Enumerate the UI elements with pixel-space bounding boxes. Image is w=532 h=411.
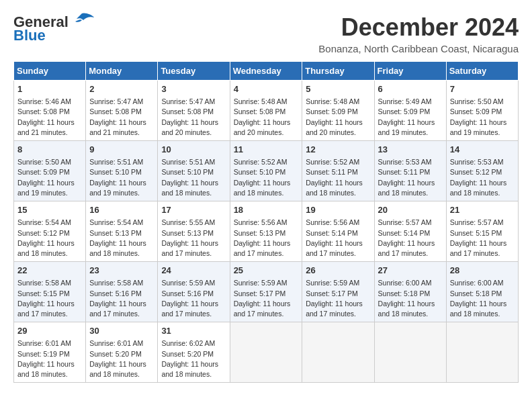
day-number: 10 [161,144,226,156]
day-info: Sunrise: 6:00 AM Sunset: 5:18 PM Dayligh… [450,278,515,319]
day-number: 12 [306,144,370,156]
calendar-table: Sunday Monday Tuesday Wednesday Thursday… [13,61,519,383]
logo: General Blue [13,13,94,44]
day-info: Sunrise: 5:58 AM Sunset: 5:16 PM Dayligh… [89,278,154,319]
calendar-cell: 28Sunrise: 6:00 AM Sunset: 5:18 PM Dayli… [446,262,518,322]
day-number: 15 [17,204,82,216]
calendar-cell: 17Sunrise: 5:55 AM Sunset: 5:13 PM Dayli… [158,201,230,262]
day-number: 3 [161,83,226,95]
day-number: 28 [450,265,515,277]
day-number: 16 [89,204,154,216]
calendar-week-row: 1Sunrise: 5:46 AM Sunset: 5:08 PM Daylig… [14,81,519,141]
calendar-cell: 7Sunrise: 5:50 AM Sunset: 5:09 PM Daylig… [446,81,518,141]
calendar-week-row: 15Sunrise: 5:54 AM Sunset: 5:12 PM Dayli… [14,201,519,262]
calendar-cell: 10Sunrise: 5:51 AM Sunset: 5:10 PM Dayli… [158,141,230,201]
calendar-week-row: 8Sunrise: 5:50 AM Sunset: 5:09 PM Daylig… [14,141,519,201]
day-info: Sunrise: 6:01 AM Sunset: 5:19 PM Dayligh… [17,338,82,379]
col-wednesday: Wednesday [230,62,302,81]
day-info: Sunrise: 5:55 AM Sunset: 5:13 PM Dayligh… [161,218,226,259]
day-info: Sunrise: 6:02 AM Sunset: 5:20 PM Dayligh… [161,338,226,379]
calendar-cell: 15Sunrise: 5:54 AM Sunset: 5:12 PM Dayli… [14,201,86,262]
calendar-cell: 12Sunrise: 5:52 AM Sunset: 5:11 PM Dayli… [302,141,374,201]
day-info: Sunrise: 5:57 AM Sunset: 5:14 PM Dayligh… [378,218,443,259]
day-number: 30 [89,325,154,337]
day-number: 2 [89,83,154,95]
col-thursday: Thursday [302,62,374,81]
day-number: 18 [234,204,299,216]
day-number: 20 [378,204,443,216]
calendar-cell [230,322,302,383]
calendar-cell: 18Sunrise: 5:56 AM Sunset: 5:13 PM Dayli… [230,201,302,262]
calendar-cell: 29Sunrise: 6:01 AM Sunset: 5:19 PM Dayli… [14,322,86,383]
col-tuesday: Tuesday [158,62,230,81]
calendar-cell: 5Sunrise: 5:48 AM Sunset: 5:09 PM Daylig… [302,81,374,141]
calendar-cell: 11Sunrise: 5:52 AM Sunset: 5:10 PM Dayli… [230,141,302,201]
day-info: Sunrise: 5:56 AM Sunset: 5:13 PM Dayligh… [234,218,299,259]
calendar-cell: 26Sunrise: 5:59 AM Sunset: 5:17 PM Dayli… [302,262,374,322]
location-subtitle: Bonanza, North Caribbean Coast, Nicaragu… [318,43,519,54]
day-info: Sunrise: 5:54 AM Sunset: 5:13 PM Dayligh… [89,218,154,259]
calendar-cell: 21Sunrise: 5:57 AM Sunset: 5:15 PM Dayli… [446,201,518,262]
day-number: 22 [17,265,82,277]
calendar-cell [446,322,518,383]
day-number: 24 [161,265,226,277]
calendar-cell: 19Sunrise: 5:56 AM Sunset: 5:14 PM Dayli… [302,201,374,262]
calendar-cell: 13Sunrise: 5:53 AM Sunset: 5:11 PM Dayli… [374,141,446,201]
day-number: 9 [89,144,154,156]
day-info: Sunrise: 5:47 AM Sunset: 5:08 PM Dayligh… [89,97,154,138]
day-number: 8 [17,144,82,156]
day-info: Sunrise: 5:51 AM Sunset: 5:10 PM Dayligh… [89,157,154,198]
day-number: 1 [17,83,82,95]
day-number: 17 [161,204,226,216]
day-number: 21 [450,204,515,216]
day-number: 23 [89,265,154,277]
day-info: Sunrise: 5:59 AM Sunset: 5:17 PM Dayligh… [306,278,370,319]
calendar-cell: 31Sunrise: 6:02 AM Sunset: 5:20 PM Dayli… [158,322,230,383]
calendar-cell: 23Sunrise: 5:58 AM Sunset: 5:16 PM Dayli… [86,262,158,322]
day-info: Sunrise: 5:52 AM Sunset: 5:11 PM Dayligh… [306,157,370,198]
calendar-cell: 24Sunrise: 5:59 AM Sunset: 5:16 PM Dayli… [158,262,230,322]
calendar-cell: 6Sunrise: 5:49 AM Sunset: 5:09 PM Daylig… [374,81,446,141]
calendar-week-row: 29Sunrise: 6:01 AM Sunset: 5:19 PM Dayli… [14,322,519,383]
day-number: 29 [17,325,82,337]
day-number: 25 [234,265,299,277]
calendar-cell: 14Sunrise: 5:53 AM Sunset: 5:12 PM Dayli… [446,141,518,201]
day-number: 14 [450,144,515,156]
calendar-cell: 8Sunrise: 5:50 AM Sunset: 5:09 PM Daylig… [14,141,86,201]
day-number: 6 [378,83,443,95]
calendar-cell: 22Sunrise: 5:58 AM Sunset: 5:15 PM Dayli… [14,262,86,322]
calendar-cell: 30Sunrise: 6:01 AM Sunset: 5:20 PM Dayli… [86,322,158,383]
day-number: 7 [450,83,515,95]
day-number: 4 [234,83,299,95]
day-number: 13 [378,144,443,156]
calendar-cell [302,322,374,383]
calendar-week-row: 22Sunrise: 5:58 AM Sunset: 5:15 PM Dayli… [14,262,519,322]
day-info: Sunrise: 5:53 AM Sunset: 5:11 PM Dayligh… [378,157,443,198]
page-header: General Blue December 2024 Bonanza, Nort… [13,13,519,54]
day-number: 19 [306,204,370,216]
calendar-cell: 25Sunrise: 5:59 AM Sunset: 5:17 PM Dayli… [230,262,302,322]
day-info: Sunrise: 5:48 AM Sunset: 5:08 PM Dayligh… [234,97,299,138]
logo-text-blue: Blue [13,27,46,44]
calendar-cell [374,322,446,383]
day-info: Sunrise: 5:51 AM Sunset: 5:10 PM Dayligh… [161,157,226,198]
day-info: Sunrise: 5:58 AM Sunset: 5:15 PM Dayligh… [17,278,82,319]
day-info: Sunrise: 5:56 AM Sunset: 5:14 PM Dayligh… [306,218,370,259]
day-info: Sunrise: 6:01 AM Sunset: 5:20 PM Dayligh… [89,338,154,379]
day-number: 11 [234,144,299,156]
col-friday: Friday [374,62,446,81]
day-info: Sunrise: 5:46 AM Sunset: 5:08 PM Dayligh… [17,97,82,138]
day-info: Sunrise: 5:59 AM Sunset: 5:16 PM Dayligh… [161,278,226,319]
calendar-cell: 20Sunrise: 5:57 AM Sunset: 5:14 PM Dayli… [374,201,446,262]
day-info: Sunrise: 5:53 AM Sunset: 5:12 PM Dayligh… [450,157,515,198]
day-number: 26 [306,265,370,277]
col-saturday: Saturday [446,62,518,81]
col-monday: Monday [86,62,158,81]
day-info: Sunrise: 5:48 AM Sunset: 5:09 PM Dayligh… [306,97,370,138]
day-number: 27 [378,265,443,277]
day-info: Sunrise: 5:57 AM Sunset: 5:15 PM Dayligh… [450,218,515,259]
title-block: December 2024 Bonanza, North Caribbean C… [318,13,519,54]
day-info: Sunrise: 5:49 AM Sunset: 5:09 PM Dayligh… [378,97,443,138]
calendar-cell: 3Sunrise: 5:47 AM Sunset: 5:08 PM Daylig… [158,81,230,141]
month-title: December 2024 [318,13,519,42]
